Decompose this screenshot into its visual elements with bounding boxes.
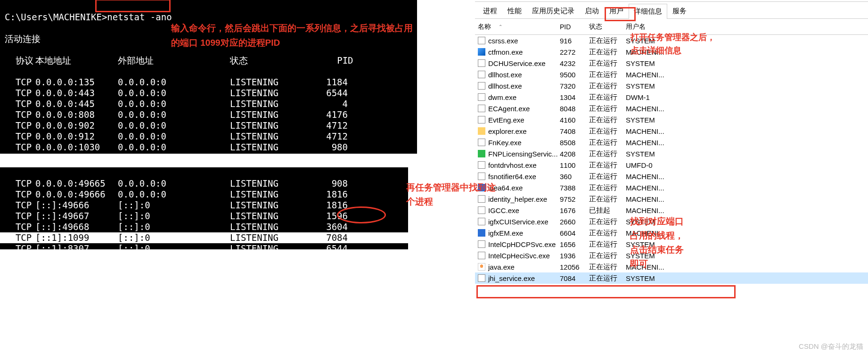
process-user: MACHENI... [626,105,868,113]
annotation-find-process-b: 个进程 [406,195,433,208]
tab-服务[interactable]: 服务 [667,3,692,18]
tab-用户[interactable]: 用户 [604,3,629,18]
process-icon [478,127,485,135]
process-name: IntelCpHDCPSvc.exe [488,240,556,248]
tab-详细信息[interactable]: 详细信息 [629,4,667,19]
process-row[interactable]: idea64.exe7388正在运行MACHENI... [475,182,868,193]
process-user: MACHENI... [626,195,868,203]
tab-进程[interactable]: 进程 [478,3,502,18]
process-user: SYSTEM [626,150,868,158]
tab-性能[interactable]: 性能 [502,3,527,18]
process-row[interactable]: java.exe12056正在运行MACHENI... [475,261,868,272]
terminal-netstat-bottom: TCP0.0.0.0:496650.0.0.0:0LISTENING908 TC… [0,167,408,249]
process-status: 正在运行 [589,240,626,249]
annotation-end-task-2: 占用的线程， [630,229,684,242]
netstat-row: UDP0.0.0.0:3600*:*10884 [5,254,403,265]
process-user: SYSTEM [626,116,868,124]
process-user: SYSTEM [626,274,868,282]
process-row[interactable]: dllhost.exe7320正在运行SYSTEM [475,80,868,91]
process-row[interactable]: fsnotifier64.exe360正在运行MACHENI... [475,171,868,182]
process-row[interactable]: FNPLicensingServic...4208正在运行SYSTEM [475,148,868,159]
process-status: 正在运行 [589,149,626,158]
process-pid: 1656 [560,240,589,248]
process-pid: 4160 [560,116,589,124]
annotation-find-process: 再任务管理器中找到这 [406,181,496,194]
command: netstat -ano [107,12,172,22]
process-pid: 4208 [560,150,589,158]
process-pid: 12056 [560,263,589,271]
annotation-end-task-4: 即可 [630,257,648,271]
process-icon [478,263,485,271]
process-row[interactable]: fontdrvhost.exe1100正在运行UMFD-0 [475,159,868,171]
process-name: fsnotifier64.exe [488,173,536,181]
process-icon [478,240,485,248]
process-name: IGCC.exe [488,206,519,214]
process-row[interactable]: identity_helper.exe9752正在运行MACHENI... [475,193,868,205]
process-row[interactable]: dwm.exe1304正在运行DWM-1 [475,91,868,103]
netstat-row: TCP[::1]:8307[::]:0LISTENING6544 [5,243,403,254]
process-name: FNPLicensingServic... [488,150,558,158]
process-status: 正在运行 [589,115,626,124]
process-name: fontdrvhost.exe [488,161,537,169]
annotation-open-taskmgr: 打开任务管理器之后， [631,31,715,44]
annotation-end-task-3: 点击结束任务 [630,243,684,256]
netstat-row: TCP0.0.0.0:4430.0.0.0:0LISTENING6544 [5,88,412,99]
process-status: 正在运行 [589,161,626,170]
process-status: 已挂起 [589,206,626,215]
process-icon [478,139,485,146]
netstat-row: TCP0.0.0.0:4450.0.0.0:0LISTENING4 [5,99,412,109]
process-name: ECAgent.exe [488,105,530,113]
process-status: 正在运行 [589,59,626,68]
netstat-row: TCP0.0.0.0:8080.0.0.0:0LISTENING4176 [5,109,412,120]
process-name: dllhost.exe [488,71,522,79]
process-row[interactable]: DCHUService.exe4232正在运行SYSTEM [475,58,868,69]
process-row[interactable]: ECAgent.exe8048正在运行MACHENI... [475,103,868,114]
sort-caret-icon: ⌃ [499,24,502,29]
process-name: csrss.exe [488,37,518,45]
process-pid: 8508 [560,139,589,147]
process-user: SYSTEM [626,59,868,67]
process-pid: 1676 [560,206,589,214]
process-user: SYSTEM [626,82,868,90]
prompt: C:\Users\MACHENIKE> [5,12,107,22]
process-icon [478,48,485,56]
process-row[interactable]: jhi_service.exe7084正在运行SYSTEM [475,272,868,284]
netstat-row: TCP[::]:49667[::]:0LISTENING1596 [5,211,403,222]
process-user: MACHENI... [626,206,868,214]
process-pid: 4232 [560,59,589,67]
netstat-row: UDP0.0.0.0:3601*:*10884 [5,265,403,276]
process-pid: 1936 [560,252,589,260]
process-user: MACHENI... [626,173,868,181]
process-pid: 7388 [560,184,589,192]
process-pid: 2660 [560,218,589,226]
process-row[interactable]: EvtEng.exe4160正在运行SYSTEM [475,114,868,125]
process-user: MACHENI... [626,184,868,192]
process-status: 正在运行 [589,127,626,136]
process-name: igfxEM.exe [488,229,523,237]
process-name: IntelCpHeciSvc.exe [488,252,550,260]
process-status: 正在运行 [589,82,626,91]
process-status: 正在运行 [589,195,626,204]
process-icon [478,59,485,67]
tab-启动[interactable]: 启动 [580,3,604,18]
annotation-command: 输入命令行，然后会跳出下面的一系列信息，之后寻找被占用 [171,22,413,35]
process-status: 正在运行 [589,274,626,283]
process-status: 正在运行 [589,251,626,260]
process-pid: 1100 [560,161,589,169]
process-row[interactable]: explorer.exe7408正在运行MACHENI... [475,125,868,137]
process-icon [478,71,485,78]
process-row[interactable]: IGCC.exe1676已挂起MACHENI... [475,205,868,216]
tab-应用历史记录[interactable]: 应用历史记录 [527,3,580,18]
process-pid: 6604 [560,229,589,237]
process-row[interactable]: FnKey.exe8508正在运行MACHENI... [475,137,868,148]
process-icon [478,37,485,44]
process-status: 正在运行 [589,229,626,238]
process-status: 正在运行 [589,172,626,181]
process-name: DCHUService.exe [488,59,546,67]
process-status: 正在运行 [589,217,626,226]
process-status: 正在运行 [589,70,626,79]
process-icon [478,82,485,90]
process-row[interactable]: dllhost.exe9500正在运行MACHENI... [475,69,868,80]
process-name: dllhost.exe [488,82,522,90]
netstat-row: TCP[::1]:1099[::]:0LISTENING7084 [0,232,408,243]
